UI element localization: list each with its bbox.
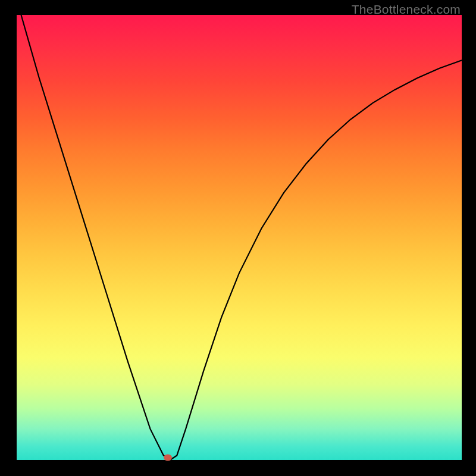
optimum-marker [164, 455, 172, 461]
bottleneck-curve [17, 15, 462, 460]
plot-area [17, 15, 462, 460]
watermark: TheBottleneck.com [352, 2, 461, 17]
